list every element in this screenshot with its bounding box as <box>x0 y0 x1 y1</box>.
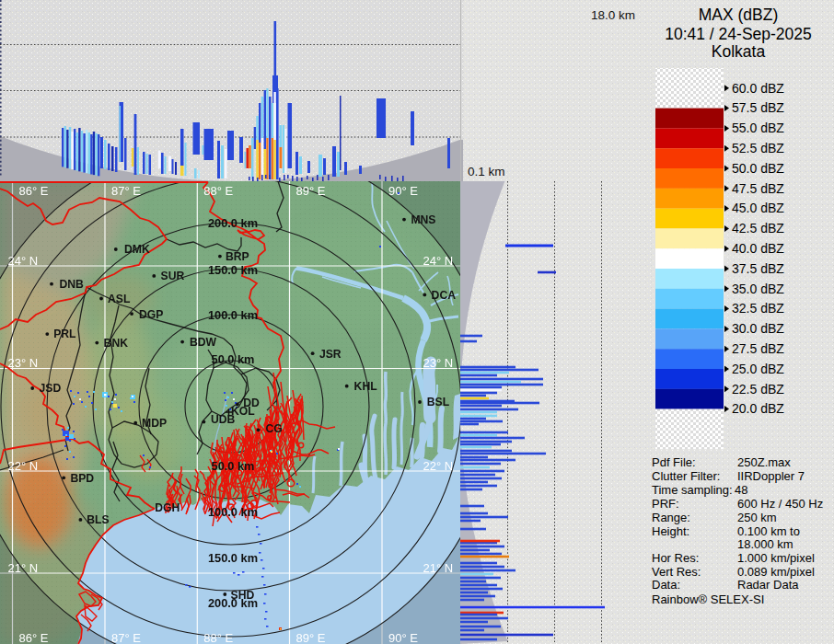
svg-text:DNB: DNB <box>60 278 85 291</box>
svg-text:200.0 km: 200.0 km <box>208 216 258 230</box>
svg-text:24° N: 24° N <box>8 254 39 268</box>
svg-text:Hor Res:: Hor Res: <box>652 551 699 565</box>
svg-text:22.5 dBZ: 22.5 dBZ <box>732 382 784 397</box>
svg-text:Data:: Data: <box>652 578 680 592</box>
svg-text:Pdf File:: Pdf File: <box>652 455 696 469</box>
svg-text:CG: CG <box>266 422 283 435</box>
svg-text:BDW: BDW <box>190 336 217 349</box>
svg-text:Clutter Filter:: Clutter Filter: <box>652 469 720 483</box>
svg-text:0.100 km to: 0.100 km to <box>737 524 800 538</box>
svg-text:SUR: SUR <box>161 270 185 282</box>
svg-text:23° N: 23° N <box>8 356 39 370</box>
svg-text:Height:: Height: <box>652 524 689 538</box>
svg-text:25.0 dBZ: 25.0 dBZ <box>732 362 784 376</box>
svg-text:23° N: 23° N <box>423 356 454 370</box>
svg-text:86° E: 86° E <box>19 184 49 198</box>
svg-text:27.5 dBZ: 27.5 dBZ <box>732 341 784 356</box>
svg-text:MAX (dBZ): MAX (dBZ) <box>699 6 779 24</box>
svg-text:BRP: BRP <box>226 250 249 263</box>
svg-text:42.5 dBZ: 42.5 dBZ <box>732 221 784 236</box>
svg-text:DGP: DGP <box>139 308 163 321</box>
svg-text:0.089 km/pixel: 0.089 km/pixel <box>737 565 815 579</box>
svg-text:DMK: DMK <box>124 243 150 256</box>
svg-text:88° E: 88° E <box>203 631 233 644</box>
svg-text:ASL: ASL <box>108 293 131 305</box>
svg-text:88° E: 88° E <box>203 184 233 198</box>
svg-text:0.1 km: 0.1 km <box>468 165 505 178</box>
svg-text:89° E: 89° E <box>296 184 326 198</box>
svg-text:60.0 dBZ: 60.0 dBZ <box>732 81 784 96</box>
svg-text:Rainbow® SELEX-SI: Rainbow® SELEX-SI <box>652 592 764 606</box>
svg-text:Range:: Range: <box>652 511 690 524</box>
svg-text:DCA: DCA <box>432 289 457 302</box>
svg-text:50.0 dBZ: 50.0 dBZ <box>732 161 784 176</box>
svg-text:IIRDoppler 7: IIRDoppler 7 <box>737 469 805 483</box>
svg-text:86° E: 86° E <box>19 631 49 644</box>
svg-text:47.5 dBZ: 47.5 dBZ <box>732 181 784 196</box>
svg-text:24° N: 24° N <box>423 254 454 268</box>
svg-text:250 km: 250 km <box>737 511 777 524</box>
svg-text:90° E: 90° E <box>388 631 418 644</box>
svg-text:52.5 dBZ: 52.5 dBZ <box>732 141 784 155</box>
svg-text:BNK: BNK <box>104 337 129 350</box>
svg-text:48: 48 <box>735 483 747 497</box>
svg-text:21° N: 21° N <box>423 561 454 575</box>
svg-text:22° N: 22° N <box>423 459 454 473</box>
svg-text:30.0 dBZ: 30.0 dBZ <box>732 321 784 336</box>
svg-text:BLS: BLS <box>87 513 109 526</box>
svg-text:1.000 km/pixel: 1.000 km/pixel <box>737 551 815 565</box>
svg-text:89° E: 89° E <box>296 631 326 644</box>
svg-text:32.5 dBZ: 32.5 dBZ <box>732 301 784 316</box>
svg-text:45.0 dBZ: 45.0 dBZ <box>732 201 784 215</box>
svg-text:UDB: UDB <box>211 413 236 426</box>
svg-text:100.0 km: 100.0 km <box>208 308 258 322</box>
svg-text:21° N: 21° N <box>8 561 39 575</box>
svg-text:200.0 km: 200.0 km <box>208 596 258 610</box>
svg-text:100.0 km: 100.0 km <box>208 505 258 519</box>
svg-text:87° E: 87° E <box>111 631 141 644</box>
svg-text:Radar Data: Radar Data <box>737 578 799 592</box>
svg-text:50.0 km: 50.0 km <box>212 352 255 366</box>
svg-text:KHL: KHL <box>354 380 378 393</box>
svg-text:JSR: JSR <box>319 348 342 361</box>
svg-text:MNS: MNS <box>411 213 435 226</box>
svg-text:BSL: BSL <box>427 396 450 408</box>
svg-text:Kolkata: Kolkata <box>712 42 766 61</box>
svg-text:22° N: 22° N <box>8 459 39 473</box>
svg-text:20.0 dBZ: 20.0 dBZ <box>732 401 784 416</box>
svg-text:150.0 km: 150.0 km <box>208 551 258 565</box>
svg-text:Time sampling:: Time sampling: <box>652 483 733 497</box>
svg-text:MDP: MDP <box>142 417 167 430</box>
svg-text:87° E: 87° E <box>111 184 141 198</box>
svg-text:57.5 dBZ: 57.5 dBZ <box>732 100 784 115</box>
svg-text:40.0 dBZ: 40.0 dBZ <box>732 241 784 256</box>
svg-text:Vert Res:: Vert Res: <box>652 565 701 579</box>
svg-text:10:41 / 24-Sep-2025: 10:41 / 24-Sep-2025 <box>665 25 812 43</box>
svg-text:55.0 dBZ: 55.0 dBZ <box>732 121 784 135</box>
svg-text:JSD: JSD <box>40 382 62 395</box>
svg-text:50.0 km: 50.0 km <box>212 459 255 473</box>
svg-text:35.0 dBZ: 35.0 dBZ <box>732 282 784 296</box>
svg-text:250Z.max: 250Z.max <box>737 455 791 469</box>
svg-text:18.0 km: 18.0 km <box>591 8 635 22</box>
svg-text:600 Hz / 450 Hz: 600 Hz / 450 Hz <box>737 497 823 511</box>
svg-text:PRL: PRL <box>53 328 76 340</box>
svg-text:150.0 km: 150.0 km <box>208 263 258 277</box>
svg-text:90° E: 90° E <box>388 184 418 198</box>
svg-text:PRF:: PRF: <box>652 497 679 511</box>
svg-text:18.000 km: 18.000 km <box>737 537 793 551</box>
svg-text:37.5 dBZ: 37.5 dBZ <box>732 261 784 276</box>
svg-text:DGH: DGH <box>155 501 180 514</box>
svg-text:BPD: BPD <box>70 472 94 485</box>
